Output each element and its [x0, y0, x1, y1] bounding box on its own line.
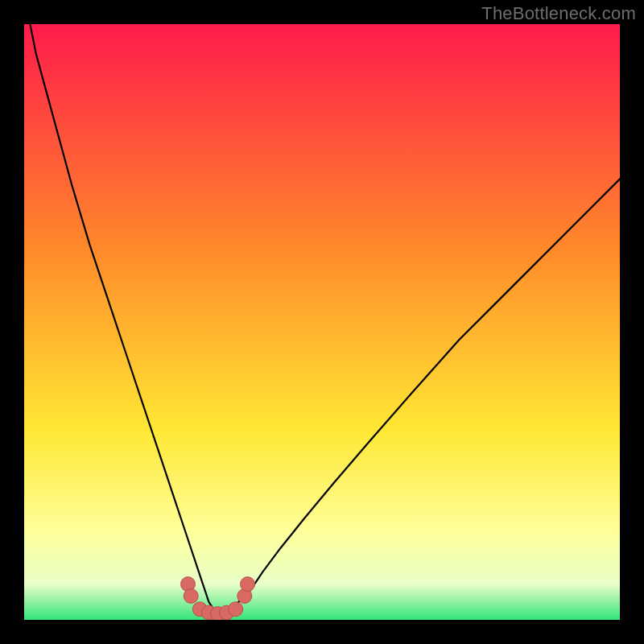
chart-frame: TheBottleneck.com	[0, 0, 644, 644]
chart-svg	[24, 24, 620, 620]
data-marker	[184, 588, 198, 603]
data-marker	[229, 602, 243, 617]
watermark-text: TheBottleneck.com	[481, 3, 636, 24]
plot-area	[24, 24, 620, 620]
data-marker	[241, 577, 255, 592]
gradient-background	[24, 24, 620, 620]
